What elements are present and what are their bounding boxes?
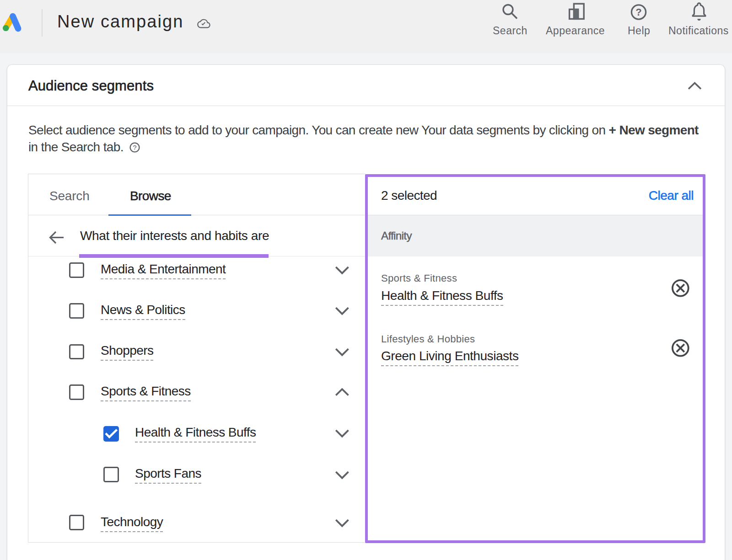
svg-text:?: ? <box>635 6 641 18</box>
svg-text:?: ? <box>133 144 136 151</box>
